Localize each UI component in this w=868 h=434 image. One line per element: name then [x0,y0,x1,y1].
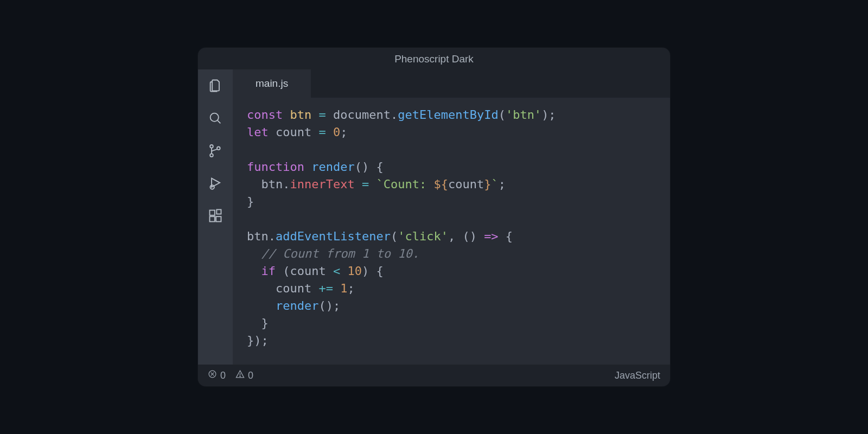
code-line: const btn = document.getElementById('btn… [247,106,656,124]
code-line: render(); [247,297,656,315]
svg-point-2 [210,154,213,157]
run-debug-icon[interactable] [207,175,224,192]
code-line: } [247,193,656,210]
editor-window: Phenoscript Dark [198,48,670,386]
activity-bar [198,69,233,365]
code-line: }); [247,332,656,349]
svg-point-3 [217,147,220,150]
window-title: Phenoscript Dark [198,48,670,69]
language-mode[interactable]: JavaScript [615,370,660,381]
code-line: // Count from 1 to 10. [247,245,656,263]
files-icon[interactable] [207,77,224,94]
code-line: if (count < 10) { [247,263,656,280]
error-icon[interactable] [208,369,217,381]
svg-point-0 [210,113,219,122]
code-line [247,210,656,228]
code-line: let count = 0; [247,124,656,141]
svg-rect-6 [210,216,215,221]
svg-rect-7 [216,216,221,221]
tab-label: main.js [256,78,288,90]
code-line: btn.innerText = `Count: ${count}`; [247,176,656,193]
svg-rect-5 [210,210,215,215]
error-count: 0 [220,370,226,381]
extensions-icon[interactable] [207,207,224,225]
svg-point-10 [240,376,240,376]
code-editor[interactable]: const btn = document.getElementById('btn… [233,98,670,365]
code-line: } [247,315,656,332]
code-line: count += 1; [247,280,656,297]
tab-main-js[interactable]: main.js [233,69,311,98]
tab-bar: main.js [233,69,670,98]
status-bar: 0 0 JavaScript [198,365,670,386]
code-line: btn.addEventListener('click', () => { [247,228,656,245]
code-line: function render() { [247,158,656,176]
search-icon[interactable] [207,110,224,127]
code-line [247,141,656,158]
svg-point-1 [210,145,213,148]
warning-icon[interactable] [235,369,245,381]
source-control-icon[interactable] [207,142,224,159]
warning-count: 0 [248,370,253,381]
svg-rect-8 [216,209,221,214]
